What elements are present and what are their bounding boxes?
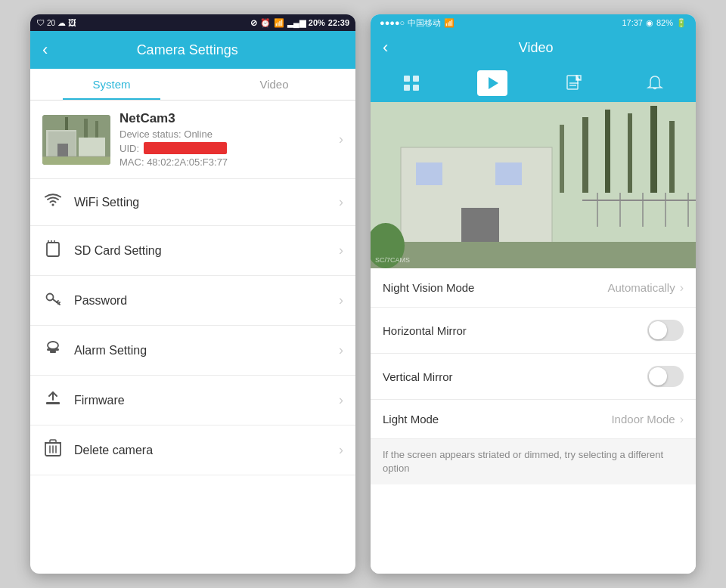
location-icon: ◉: [646, 18, 653, 28]
svg-rect-5: [42, 156, 110, 165]
camera-uid-row: UID:: [119, 142, 330, 154]
tab-video[interactable]: Video: [193, 69, 355, 100]
setting-horizontal-mirror: Horizontal Mirror: [371, 308, 696, 354]
menu-list: WiFi Setting › SD Card Setting ›: [30, 179, 355, 475]
alarm-label: Alarm Setting: [74, 344, 328, 357]
svg-rect-23: [50, 440, 56, 443]
time-display: 17:37: [622, 18, 643, 27]
icon-tab-bar: [371, 64, 696, 102]
svg-rect-9: [65, 117, 68, 130]
menu-item-firmware[interactable]: Firmware ›: [30, 376, 355, 426]
menu-item-alarm[interactable]: Alarm Setting ›: [30, 326, 355, 376]
svg-rect-19: [46, 402, 60, 404]
signal-bars: ▂▄▆: [287, 18, 306, 28]
shield-icon: 🛡: [36, 18, 45, 27]
camera-card[interactable]: NetCam3 Device status: Online UID: MAC: …: [30, 101, 355, 179]
wifi-icon: 📶: [274, 18, 284, 28]
settings-list: Night Vision Mode Automatically › Horizo…: [371, 268, 696, 574]
svg-point-16: [48, 342, 58, 349]
svg-rect-7: [84, 119, 88, 138]
camera-thumbnail: [42, 115, 110, 165]
carrier-info: ●●●●○ 中国移动 📶: [380, 17, 455, 29]
svg-rect-18: [50, 351, 56, 353]
ios-page-title: Video: [388, 40, 684, 56]
ios-right-status: 17:37 ◉ 82% 🔋: [622, 18, 687, 28]
svg-rect-17: [47, 348, 59, 351]
ios-status-bar: ●●●●○ 中国移动 📶 17:37 ◉ 82% 🔋: [371, 14, 696, 31]
svg-rect-27: [404, 76, 410, 82]
cloud-icon: ☁: [57, 18, 66, 28]
svg-rect-46: [416, 162, 442, 185]
left-phone: 🛡 20 ☁ 🖼 ⊘ ⏰ 📶 ▂▄▆ 20% 22:39 ‹ Camera Se…: [30, 14, 355, 574]
wifi-chevron: ›: [339, 194, 343, 210]
key-icon: [42, 289, 64, 311]
setting-light-mode[interactable]: Light Mode Indoor Mode ›: [371, 400, 696, 439]
light-mode-label: Light Mode: [383, 413, 611, 426]
left-header: ‹ Camera Settings: [30, 31, 355, 69]
night-vision-label: Night Vision Mode: [383, 281, 607, 294]
wifi-label: WiFi Setting: [74, 196, 328, 209]
gallery-icon: 🖼: [68, 18, 76, 27]
tab-file[interactable]: [559, 70, 589, 96]
vertical-mirror-toggle[interactable]: [647, 366, 684, 387]
menu-item-sdcard[interactable]: SD Card Setting ›: [30, 226, 355, 276]
sdcard-label: SD Card Setting: [74, 244, 328, 258]
menu-item-delete[interactable]: Delete camera ›: [30, 426, 355, 475]
svg-marker-31: [489, 77, 498, 89]
menu-item-password[interactable]: Password ›: [30, 276, 355, 326]
camera-mac: MAC: 48:02:2A:05:F3:77: [119, 156, 330, 168]
wifi-indicator: 📶: [444, 18, 455, 28]
tab-system[interactable]: System: [30, 69, 193, 100]
signal-dots: ●●●●○: [380, 18, 405, 27]
svg-rect-38: [605, 110, 610, 193]
svg-rect-37: [582, 117, 588, 193]
tabs-row: System Video: [30, 69, 355, 101]
sdcard-chevron: ›: [339, 243, 343, 258]
camera-info: NetCam3 Device status: Online UID: MAC: …: [119, 111, 330, 168]
battery-pct: 20%: [309, 18, 325, 27]
tab-bell[interactable]: [640, 70, 670, 96]
alarm-icon: [42, 339, 64, 361]
camera-preview: SC/7CAMS: [371, 102, 696, 268]
uid-redacted: [144, 142, 227, 154]
svg-rect-11: [47, 243, 59, 256]
tab-play[interactable]: [477, 70, 507, 96]
horizontal-mirror-toggle[interactable]: [647, 320, 684, 341]
svg-rect-30: [413, 85, 419, 91]
svg-rect-8: [95, 121, 98, 138]
svg-rect-29: [404, 85, 410, 91]
svg-point-10: [52, 204, 54, 206]
status-right: ⊘ ⏰ 📶 ▂▄▆ 20% 22:39: [250, 18, 349, 28]
password-chevron: ›: [339, 292, 343, 308]
alarm-icon: ⏰: [260, 18, 271, 28]
battery-icon: 🔋: [676, 18, 687, 28]
svg-line-14: [57, 301, 58, 302]
carrier-name: 中国移动: [408, 17, 441, 29]
tab-home[interactable]: [396, 70, 427, 96]
ios-back-button[interactable]: ‹: [383, 38, 388, 57]
setting-night-vision[interactable]: Night Vision Mode Automatically ›: [371, 268, 696, 308]
night-vision-chevron: ›: [680, 281, 684, 295]
camera-name: NetCam3: [119, 111, 330, 126]
camera-card-chevron: ›: [339, 132, 343, 147]
right-phone: ●●●●○ 中国移动 📶 17:37 ◉ 82% 🔋 ‹ Video: [371, 14, 696, 574]
night-vision-value: Automatically: [607, 281, 675, 294]
svg-rect-47: [495, 162, 522, 185]
svg-rect-41: [669, 121, 675, 193]
vertical-mirror-label: Vertical Mirror: [383, 370, 647, 383]
sdcard-icon: [42, 240, 64, 262]
hint-text: If the screen appears striated or dimmed…: [383, 449, 663, 474]
back-button[interactable]: ‹: [42, 40, 48, 60]
svg-rect-3: [57, 144, 68, 157]
horizontal-mirror-label: Horizontal Mirror: [383, 324, 647, 337]
firmware-chevron: ›: [339, 392, 343, 408]
delete-chevron: ›: [339, 442, 343, 458]
trash-icon: [42, 439, 64, 461]
page-title: Camera Settings: [57, 42, 318, 58]
ios-header: ‹ Video: [371, 31, 696, 64]
firmware-label: Firmware: [74, 394, 328, 407]
menu-item-wifi[interactable]: WiFi Setting ›: [30, 179, 355, 226]
upload-icon: [42, 389, 64, 411]
setting-vertical-mirror: Vertical Mirror: [371, 354, 696, 400]
svg-rect-40: [650, 106, 657, 193]
